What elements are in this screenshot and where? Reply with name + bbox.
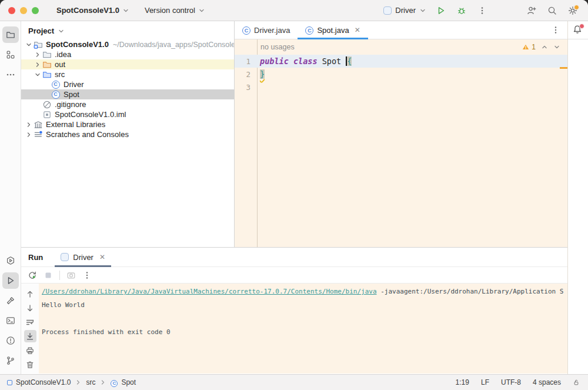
build-toolwindow-button[interactable] — [2, 292, 19, 309]
settings-notification-dot — [574, 5, 579, 10]
notifications-button[interactable] — [573, 25, 583, 35]
tree-label: src — [55, 70, 65, 79]
indent-widget[interactable]: 4 spaces — [533, 378, 561, 386]
console-blank-line — [42, 312, 567, 325]
console-output[interactable]: /Users/ddrohan/Library/Java/JavaVirtualM… — [39, 284, 567, 374]
code-with-me-button[interactable] — [526, 5, 537, 16]
project-panel-header[interactable]: Project — [21, 21, 234, 39]
editor-body[interactable]: no usages 1 1 public class Spot { 2 } — [235, 39, 567, 247]
run-button[interactable] — [435, 5, 447, 16]
run-toolwindow-button[interactable] — [2, 272, 19, 289]
services-toolwindow-button[interactable] — [2, 252, 19, 269]
chevron-right-icon[interactable] — [24, 121, 33, 128]
print-button[interactable] — [24, 344, 36, 356]
class-icon: C — [242, 25, 250, 35]
search-everywhere-button[interactable] — [546, 5, 558, 16]
stop-button[interactable] — [44, 271, 53, 280]
tree-row-driver-class[interactable]: C Driver — [21, 79, 234, 89]
application-config-icon — [383, 6, 392, 15]
chevron-down-icon[interactable] — [24, 41, 33, 48]
next-problem-button[interactable] — [553, 44, 560, 51]
code-vision-row: no usages 1 — [235, 39, 567, 55]
encoding-widget[interactable]: UTF-8 — [501, 378, 521, 386]
vcs-widget[interactable]: Version control — [145, 6, 205, 15]
usages-hint[interactable]: no usages — [260, 43, 295, 51]
right-toolwindow-strip — [567, 21, 588, 374]
breadcrumb-project[interactable]: SpotConsoleV1.0 — [7, 378, 71, 386]
class-icon: C — [51, 91, 61, 99]
console-toolbar — [21, 284, 39, 374]
tab-driver-java[interactable]: C Driver.java — [235, 21, 298, 39]
tree-row-out-folder[interactable]: out — [21, 59, 234, 69]
editor-tab-options-button[interactable] — [551, 25, 567, 35]
tree-row-idea-folder[interactable]: .idea — [21, 49, 234, 59]
project-toolwindow-button[interactable] — [2, 26, 19, 43]
console-args: -javaagent:/Users/ddrohan/Library/Applic… — [377, 288, 564, 295]
structure-toolwindow-button[interactable] — [2, 46, 19, 63]
next-occurrence-button[interactable] — [24, 302, 36, 314]
tab-spot-java[interactable]: C Spot.java ✕ — [298, 21, 368, 39]
scroll-to-end-button[interactable] — [24, 330, 36, 342]
play-icon — [6, 276, 15, 285]
debug-button[interactable] — [456, 5, 467, 16]
tree-row-scratches[interactable]: Scratches and Consoles — [21, 129, 234, 139]
chevron-right-icon — [99, 379, 106, 386]
minimize-window-button[interactable] — [20, 7, 27, 14]
chevron-right-icon[interactable] — [33, 51, 42, 58]
module-file-icon — [42, 110, 52, 119]
tree-label: .gitignore — [55, 100, 86, 109]
run-configuration-selector[interactable]: Driver — [383, 6, 426, 15]
previous-problem-button[interactable] — [541, 44, 548, 51]
warning-counter[interactable]: 1 — [522, 43, 536, 51]
version-control-toolwindow-button[interactable] — [2, 352, 19, 369]
tree-row-project-root[interactable]: SpotConsoleV1.0 ~/Downloads/java_apps/Sp… — [21, 39, 234, 49]
run-tab-driver[interactable]: Driver ✕ — [55, 248, 111, 266]
problems-toolwindow-button[interactable] — [2, 332, 19, 349]
breadcrumb-class[interactable]: C Spot — [111, 378, 136, 387]
code-line-1[interactable]: 1 public class Spot { — [235, 55, 567, 68]
settings-button[interactable] — [567, 5, 579, 16]
rerun-button[interactable] — [28, 271, 37, 280]
more-options-button[interactable] — [82, 271, 92, 280]
ellipsis-icon — [6, 70, 15, 79]
code-line-3[interactable]: 3 — [235, 81, 567, 94]
run-configuration-name: Driver — [395, 6, 416, 15]
breadcrumb-src[interactable]: src — [86, 378, 95, 386]
line-number[interactable]: 2 — [235, 70, 257, 79]
more-toolwindows-button[interactable] — [2, 66, 19, 83]
code-line-2[interactable]: 2 } — [235, 68, 567, 81]
tab-label: Spot.java — [317, 26, 349, 35]
scrollbar-warning-mark[interactable] — [560, 67, 567, 69]
close-icon[interactable]: ✕ — [99, 253, 105, 261]
line-number[interactable]: 1 — [235, 57, 257, 66]
library-icon — [33, 120, 43, 129]
tree-row-external-libraries[interactable]: External Libraries — [21, 119, 234, 129]
soft-wrap-button[interactable] — [24, 316, 36, 328]
more-actions-button[interactable] — [476, 5, 488, 16]
console-file-link[interactable]: /Users/ddrohan/Library/Java/JavaVirtualM… — [42, 288, 377, 295]
source-folder-icon — [42, 70, 52, 79]
folder-icon — [42, 50, 52, 59]
folder-icon — [6, 30, 15, 39]
console-command-line: /Users/ddrohan/Library/Java/JavaVirtualM… — [42, 285, 567, 298]
zoom-window-button[interactable] — [32, 7, 39, 14]
line-separator-widget[interactable]: LF — [481, 378, 489, 386]
project-widget[interactable]: SpotConsoleV1.0 — [56, 6, 129, 15]
chevron-right-icon[interactable] — [33, 61, 42, 68]
tree-row-src-folder[interactable]: src — [21, 69, 234, 79]
terminal-toolwindow-button[interactable] — [2, 312, 19, 329]
line-number[interactable]: 3 — [235, 83, 257, 92]
console-exit-line: Process finished with exit code 0 — [42, 325, 567, 339]
chevron-down-icon[interactable] — [33, 71, 42, 78]
tree-row-spot-class[interactable]: C Spot — [21, 89, 234, 99]
caret-position-widget[interactable]: 1:19 — [456, 378, 469, 386]
tree-row-module-file[interactable]: SpotConsoleV1.0.iml — [21, 109, 234, 119]
chevron-right-icon[interactable] — [24, 131, 33, 138]
readonly-toggle[interactable] — [573, 379, 580, 386]
close-window-button[interactable] — [8, 7, 15, 14]
close-icon[interactable]: ✕ — [355, 26, 360, 34]
prev-occurrence-button[interactable] — [24, 288, 36, 300]
tree-row-gitignore[interactable]: .gitignore — [21, 99, 234, 109]
profiler-button[interactable] — [66, 271, 76, 280]
clear-console-button[interactable] — [24, 358, 36, 371]
